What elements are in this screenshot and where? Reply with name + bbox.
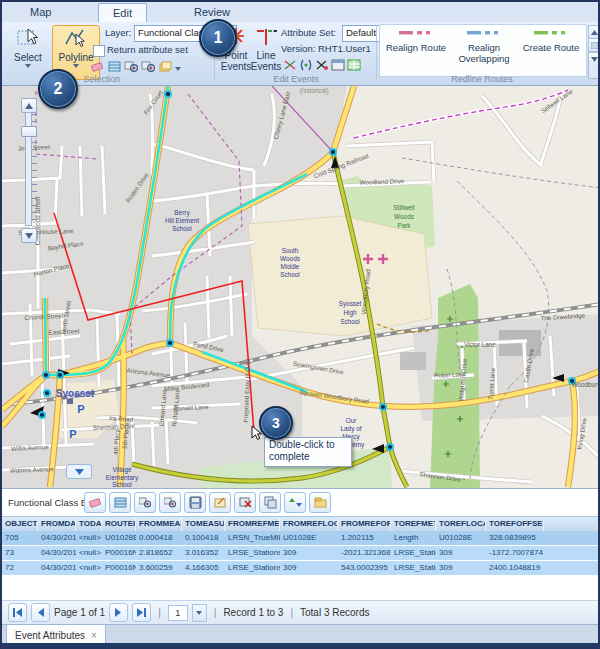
column-header[interactable]: TOREFMETHOD: [391, 517, 436, 531]
zoom-in-icon[interactable]: [21, 98, 37, 113]
tab-map[interactable]: Map: [16, 3, 65, 21]
chevron-down-icon: [75, 469, 84, 475]
sort-button[interactable]: [284, 492, 306, 513]
column-header[interactable]: OBJECTID: [2, 517, 38, 531]
table-header-row: OBJECTIDFROMDATETODATEROUTEIDFROMMEASURE…: [2, 516, 598, 532]
delete-row-button[interactable]: [234, 492, 256, 513]
map-label: School: [172, 225, 192, 232]
save-button[interactable]: [184, 492, 206, 513]
table-body: 70504/30/2014<null>U01028E0.0004180.1004…: [2, 531, 598, 576]
tab-edit[interactable]: Edit: [98, 3, 147, 23]
callout-3: 3: [259, 406, 293, 440]
layer-label: Layer:: [105, 27, 131, 38]
first-page-button[interactable]: [8, 603, 27, 622]
table-cell: LRSE_Stations: [391, 546, 436, 560]
pan-to-row-button[interactable]: [159, 492, 181, 513]
edit-attributes-button[interactable]: [209, 492, 231, 513]
map-label: Lady of: [341, 425, 362, 433]
callout-1: 1: [199, 19, 237, 57]
version-label: Version: RHT1.User1: [281, 43, 371, 54]
switch-selection-button[interactable]: [109, 492, 131, 513]
map-label: School: [340, 318, 360, 325]
realign-route-button[interactable]: Realign Route: [385, 28, 447, 73]
column-header[interactable]: ROUTEID: [102, 517, 136, 531]
column-header[interactable]: FROMMEASURE: [136, 517, 182, 531]
table-cell: 73: [2, 546, 38, 560]
table-cell: 543.0002395: [338, 561, 391, 575]
last-page-button[interactable]: [132, 603, 151, 622]
tab-review[interactable]: Review: [180, 3, 244, 21]
column-header[interactable]: TOREFOFFSET: [486, 517, 544, 531]
zoom-out-icon[interactable]: [21, 228, 37, 243]
ribbon-toolbar: Select Polyline Layer: Functional Class …: [2, 22, 598, 86]
prev-page-button[interactable]: [31, 603, 50, 622]
event-attributes-panel: Functional Class Event OBJECTIDFROMDATET…: [2, 488, 598, 648]
map-canvas[interactable]: (historical)Fox CourtCherry Lane EastSti…: [2, 86, 598, 488]
column-header[interactable]: FROMREFOFFSET: [338, 517, 391, 531]
page-label: Page 1 of 1: [54, 607, 105, 618]
map-label: Village: [112, 466, 132, 474]
pagination-bar: Page 1 of 1 | 1 | Record 1 to 3 | Total …: [2, 600, 598, 624]
bottom-tab-strip: Event Attributes ×: [2, 624, 598, 645]
table-cell: -1372.7007874: [486, 546, 544, 560]
line-events-button[interactable]: Line Events: [251, 25, 281, 80]
realign-overlapping-button[interactable]: Realign Overlapping: [450, 28, 518, 73]
table-cell: <null>: [76, 546, 102, 560]
select-button[interactable]: Select: [6, 25, 50, 80]
column-header[interactable]: TOREFLOCATION: [436, 517, 486, 531]
zoom-to-row-button[interactable]: [134, 492, 156, 513]
map-label: School: [112, 481, 132, 488]
table-cell: P00016N: [102, 546, 136, 560]
close-icon[interactable]: ×: [91, 630, 97, 641]
table-cell: 705: [2, 531, 38, 545]
column-header[interactable]: FROMREFLOCATION: [280, 517, 338, 531]
copy-rows-button[interactable]: [259, 492, 281, 513]
table-cell: LRSE_Stations: [225, 561, 280, 575]
table-cell: 04/30/2014: [38, 561, 76, 575]
page-number-field[interactable]: 1: [168, 605, 188, 621]
scroll-up-icon[interactable]: [589, 26, 600, 39]
table-cell: 3.016352: [182, 546, 225, 560]
table-cell: 0.100418: [182, 531, 225, 545]
page-dropdown-button[interactable]: [192, 604, 207, 622]
selection-group-label: Selection: [2, 74, 202, 84]
return-attribute-set-checkbox[interactable]: [93, 45, 105, 57]
table-cell: LRSE_Stations: [225, 546, 280, 560]
clear-selection-button[interactable]: [84, 492, 106, 513]
ribbon-scrollbar[interactable]: [588, 25, 600, 79]
column-header[interactable]: TODATE: [76, 517, 102, 531]
map-label: Woods: [280, 255, 300, 262]
scroll-thumb[interactable]: [589, 39, 600, 52]
map-label: Woods: [394, 213, 414, 220]
map-label: Victor Lane: [464, 341, 496, 348]
create-route-button[interactable]: Create Route: [521, 28, 581, 73]
callout-2: 2: [38, 69, 78, 109]
scroll-down-icon[interactable]: [589, 52, 600, 65]
export-button[interactable]: [309, 492, 331, 513]
zoom-slider-handle[interactable]: [21, 126, 37, 137]
map-label: P: [77, 403, 84, 415]
edit-events-group-label: Edit Events: [216, 74, 376, 84]
app-window: Map Edit Review Select Polyline: [0, 0, 600, 649]
map-label: Hill Element: [165, 217, 199, 224]
collapse-panel-button[interactable]: [66, 464, 92, 479]
next-page-button[interactable]: [109, 603, 128, 622]
table-cell: 72: [2, 561, 38, 575]
map-label: Syosset: [56, 388, 95, 399]
column-header[interactable]: FROMDATE: [38, 517, 76, 531]
map-label: Our: [346, 417, 358, 424]
table-row[interactable]: 70504/30/2014<null>U01028E0.0004180.1004…: [2, 531, 598, 545]
table-cell: 04/30/2014: [38, 531, 76, 545]
table-row[interactable]: 7204/30/2014<null>P00016N3.6002594.16630…: [2, 561, 598, 575]
column-header[interactable]: FROMREFMETHOD: [225, 517, 280, 531]
chevron-down-icon[interactable]: [175, 67, 181, 71]
table-cell: 2400.1048819: [486, 561, 544, 575]
table-row[interactable]: 7304/30/2014<null>P00016N2.8186523.01635…: [2, 546, 598, 560]
create-route-icon: [534, 28, 568, 39]
table-cell: 2.818652: [136, 546, 182, 560]
table-cell: <null>: [76, 561, 102, 575]
table-cell: LRSE_Stations: [391, 561, 436, 575]
zoom-slider[interactable]: [19, 98, 37, 244]
table-cell: 309: [280, 546, 338, 560]
column-header[interactable]: TOMEASURE: [182, 517, 225, 531]
